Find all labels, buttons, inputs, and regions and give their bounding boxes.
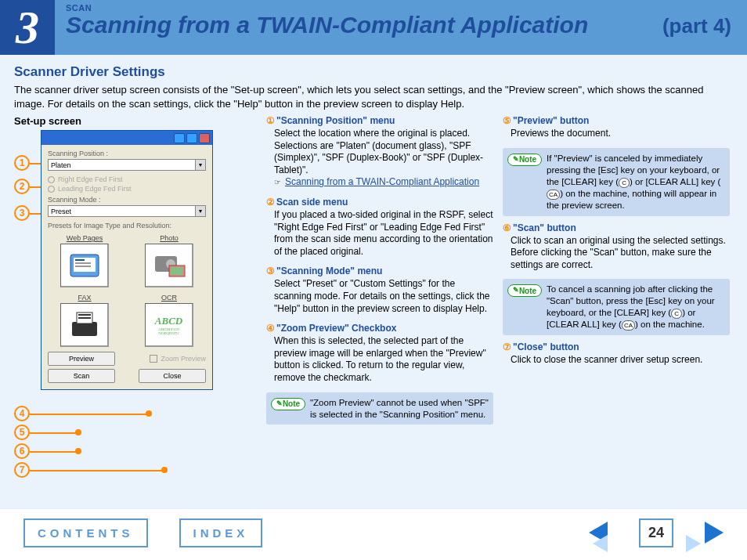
item-5-body: Previews the document. (503, 128, 730, 140)
middle-column: ①"Scanning Position" menu Select the loc… (266, 115, 493, 431)
svg-rect-8 (171, 267, 183, 275)
callout-6: 6 (14, 443, 30, 459)
item-2-body: If you placed a two-sided original in th… (266, 209, 493, 258)
chapter-number: 3 (0, 0, 55, 55)
item-1: ①"Scanning Position" menu Select the loc… (266, 115, 493, 189)
photo-icon (145, 244, 193, 287)
page-body: Scanner Driver Settings The scanner driv… (0, 55, 747, 509)
page-number: 24 (639, 518, 673, 547)
callout-3: 3 (14, 205, 30, 221)
note-badge: Note (271, 398, 305, 410)
scanmode-value: Preset (51, 208, 71, 215)
item-5: ⑤"Preview" button Previews the document. (503, 115, 730, 140)
scan-button: Scan (48, 369, 115, 383)
svg-rect-4 (75, 266, 91, 267)
min-icon (174, 133, 185, 143)
lead-7 (30, 470, 163, 471)
lead-4 (30, 414, 147, 415)
close-button: Close (139, 369, 206, 383)
radio-right-edge: Right Edge Fed First (48, 175, 206, 183)
preset-ocr: OCR ABCD ABCDEFGH NOPQRSTU (132, 294, 206, 347)
item-2-num: ② (266, 197, 275, 208)
item-3-body: Select "Preset" or "Custom Settings" for… (266, 278, 493, 315)
preset-photo: Photo (132, 234, 206, 287)
item-1-body: Select the location where the original i… (274, 128, 483, 175)
note-badge: Note (507, 284, 542, 297)
svg-rect-11 (78, 314, 91, 316)
screenshot-wrap: 1 2 3 4 5 6 7 (14, 130, 257, 390)
header-part: (part 4) (662, 16, 738, 37)
item-7-body: Click to close the scanner driver setup … (503, 354, 730, 367)
item-3-num: ③ (266, 266, 275, 276)
item-6: ⑥"Scan" button Click to scan an original… (503, 222, 730, 272)
shot-titlebar (42, 131, 212, 145)
prev-arrow[interactable] (589, 522, 608, 544)
preset-grid: Web Pages Photo FAX (48, 234, 206, 347)
keycap-c: C (671, 309, 682, 319)
preset-photo-label: Photo (132, 234, 206, 242)
scanmode-select: Preset▼ (48, 205, 206, 217)
contents-button[interactable]: CONTENTS (23, 518, 148, 547)
header-title: Scanning from a TWAIN-Compliant Applicat… (66, 13, 588, 38)
index-button[interactable]: INDEX (179, 518, 263, 547)
item-3: ③"Scanning Mode" menu Select "Preset" or… (266, 266, 493, 315)
note-badge: Note (507, 154, 542, 166)
presets-label: Presets for Image Type and Resolution: (48, 222, 206, 229)
item-5-num: ⑤ (503, 115, 511, 126)
keycap-ca: CA (547, 190, 560, 200)
item-2-title: Scan side menu (276, 197, 348, 208)
item-4: ④"Zoom Preview" Checkbox When this is se… (266, 323, 493, 384)
note-scan-text: To cancel a scanning job after clicking … (547, 284, 725, 331)
ocr-sample-small: ABCDEFGH NOPQRSTU (158, 327, 179, 335)
note-preview-b: ) or [CLEAR ALL] key ( (630, 177, 720, 186)
webpages-icon (60, 244, 109, 287)
lead-5 (30, 432, 77, 434)
svg-rect-9 (72, 322, 97, 336)
lead-dot-5 (75, 429, 81, 435)
note-scan: Note To cancel a scanning job after clic… (503, 279, 730, 335)
preset-fax-label: FAX (48, 294, 121, 302)
scanpos-select: Platen▼ (48, 159, 206, 171)
scanmode-label: Scanning Mode : (48, 196, 206, 204)
radio-right-edge-label: Right Edge Fed First (58, 175, 123, 183)
item-1-title: "Scanning Position" menu (276, 115, 395, 126)
scanpos-value: Platen (51, 161, 71, 169)
lead-dot-6 (75, 448, 81, 454)
close-icon (199, 133, 210, 143)
keycap-c: C (619, 178, 630, 188)
preset-webpages: Web Pages (48, 234, 121, 287)
note-scan-c: ) on the machine. (635, 320, 705, 329)
page-header: 3 SCAN Scanning from a TWAIN-Compliant A… (0, 0, 747, 55)
lead-dot-7 (161, 467, 168, 473)
preset-webpages-label: Web Pages (48, 234, 121, 242)
item-1-num: ① (266, 115, 275, 126)
setup-screen-heading: Set-up screen (14, 115, 257, 127)
ocr-icon: ABCD ABCDEFGH NOPQRSTU (145, 303, 193, 347)
lead-dot-4 (146, 410, 152, 417)
ocr-sample-large: ABCD (155, 315, 182, 327)
keycap-ca: CA (622, 320, 635, 331)
note-preview-text: If "Preview" is canceled by immediately … (547, 153, 725, 211)
callout-1: 1 (14, 155, 30, 171)
item-7-title: "Close" button (513, 341, 579, 352)
radio-leading-edge: Leading Edge Fed First (48, 185, 206, 193)
item-6-title: "Scan" button (513, 222, 576, 233)
preview-button: Preview (48, 352, 115, 366)
item-4-body: When this is selected, the selected part… (266, 335, 493, 384)
header-text: SCAN Scanning from a TWAIN-Compliant App… (55, 0, 747, 55)
right-column: ⑤"Preview" button Previews the document.… (503, 115, 730, 431)
zoom-checkbox: Zoom Preview (150, 355, 206, 363)
callout-7: 7 (14, 462, 30, 478)
item-2: ②Scan side menu If you placed a two-side… (266, 197, 493, 258)
svg-rect-3 (75, 262, 91, 264)
next-arrow[interactable] (705, 522, 724, 544)
twain-link[interactable]: Scanning from a TWAIN-Compliant Applicat… (285, 176, 479, 187)
item-4-title: "Zoom Preview" Checkbox (276, 323, 396, 334)
item-6-num: ⑥ (503, 222, 511, 233)
pointer-icon: ☞ (274, 177, 285, 187)
note-preview-c: ) on the machine, nothing will appear in… (547, 189, 716, 210)
left-column: Set-up screen 1 2 3 4 5 6 7 (14, 115, 257, 431)
svg-rect-2 (75, 259, 85, 261)
svg-rect-12 (78, 317, 91, 319)
section-title: Scanner Driver Settings (14, 64, 733, 80)
